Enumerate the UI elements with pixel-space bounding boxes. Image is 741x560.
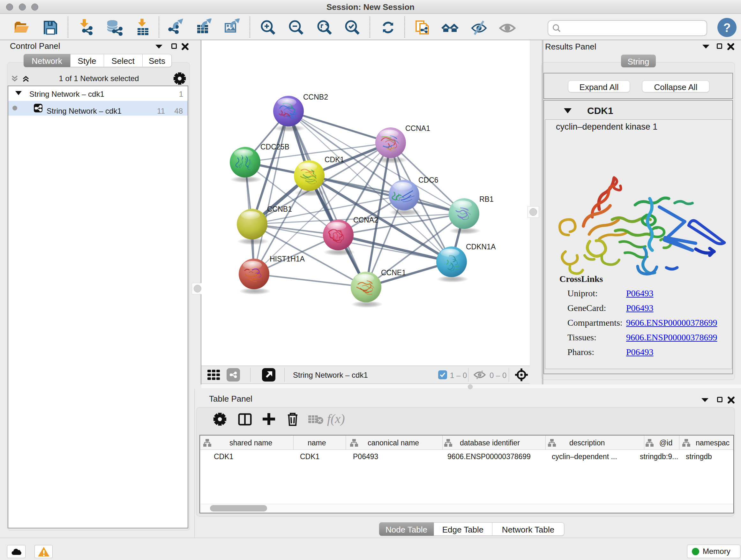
svg-text:HIST1H1A: HIST1H1A: [270, 255, 305, 263]
svg-text:CDKN1A: CDKN1A: [466, 243, 496, 251]
svg-text:CCNA2: CCNA2: [353, 216, 378, 224]
svg-text:CDC6: CDC6: [418, 176, 439, 184]
svg-text:RB1: RB1: [479, 195, 494, 203]
svg-text:CCNB2: CCNB2: [303, 93, 328, 101]
svg-text:CCNA1: CCNA1: [405, 124, 430, 132]
svg-text:CCNB1: CCNB1: [267, 205, 292, 213]
svg-text:CDC25B: CDC25B: [260, 143, 289, 151]
svg-text:CDK1: CDK1: [325, 155, 344, 164]
svg-text:CCNE1: CCNE1: [381, 268, 406, 277]
